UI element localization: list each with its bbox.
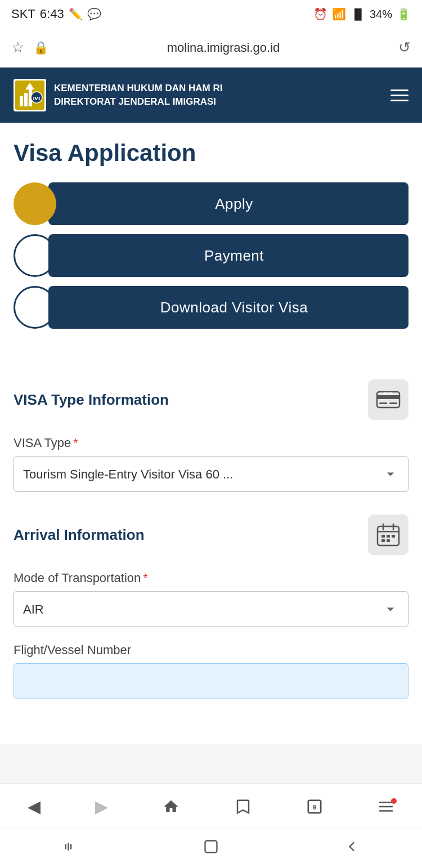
browser-bar: ☆ 🔒 molina.imigrasi.go.id ↺ [0, 28, 422, 68]
visa-type-field-group: VISA Type * Tourism Single-Entry Visitor… [14, 436, 408, 492]
arrival-section: Arrival Information Mode of Transportati… [14, 514, 408, 699]
logo-badge-1: IMI [14, 79, 46, 111]
header-branding: IMI KEMENTERIAN HUKUM DAN HAM RI DIREKTO… [14, 79, 222, 111]
carrier-label: SKT [11, 7, 35, 21]
hamburger-line-1 [390, 90, 408, 91]
star-icon[interactable]: ☆ [11, 39, 24, 56]
transport-mode-field-group: Mode of Transportation * AIR SEA LAND [14, 571, 408, 627]
android-home-button[interactable] [203, 839, 219, 858]
step-label-download: Download Visitor Visa [160, 299, 308, 316]
header-title: KEMENTERIAN HUKUM DAN HAM RI DIREKTORAT … [54, 82, 222, 109]
transport-mode-label: Mode of Transportation * [14, 571, 408, 585]
browser-bar-left: ☆ 🔒 [11, 39, 48, 56]
page-title: Visa Application [14, 140, 408, 167]
visa-type-required-star: * [73, 436, 78, 450]
svg-rect-16 [381, 535, 385, 538]
battery-label: 34% [370, 8, 392, 21]
svg-rect-2 [24, 93, 28, 106]
time-label: 6:43 [40, 7, 64, 21]
android-recent-button[interactable] [62, 839, 78, 858]
flight-vessel-field-group: Flight/Vessel Number [14, 643, 408, 699]
arrival-icon-button[interactable] [368, 514, 408, 555]
logo-container: IMI [14, 79, 46, 111]
step-label-apply: Apply [215, 195, 253, 213]
main-content: Visa Application Apply Payment Download … [0, 123, 422, 744]
signal-icon: ▐▌ [351, 8, 365, 20]
svg-rect-8 [377, 395, 399, 399]
svg-text:IMI: IMI [33, 96, 41, 101]
arrival-section-title: Arrival Information [14, 526, 145, 544]
hamburger-line-3 [390, 100, 408, 101]
transport-required-star: * [143, 571, 148, 585]
svg-rect-13 [378, 531, 399, 533]
visa-card-icon: VISA [376, 387, 401, 412]
hamburger-menu[interactable] [390, 90, 408, 101]
status-bar-left: SKT 6:43 ✏️ 💬 [11, 7, 101, 21]
nav-menu-button[interactable] [378, 798, 394, 815]
svg-text:9: 9 [313, 804, 316, 811]
nav-forward-button[interactable]: ▶ [95, 797, 108, 816]
nav-bookmark-button[interactable] [235, 798, 252, 815]
arrival-section-header: Arrival Information [14, 514, 408, 555]
status-bar-right: ⏰ 📶 ▐▌ 34% 🔋 [313, 7, 411, 21]
step-label-payment: Payment [204, 247, 264, 265]
android-back-button[interactable] [344, 839, 360, 858]
svg-rect-17 [387, 535, 390, 538]
visa-type-section: VISA Type Information VISA VISA Type * T… [14, 379, 408, 492]
steps-container: Apply Payment Download Visitor Visa [14, 182, 408, 329]
flight-vessel-input[interactable] [14, 663, 408, 699]
svg-rect-1 [20, 96, 23, 106]
flight-vessel-label: Flight/Vessel Number [14, 643, 408, 657]
pencil-icon: ✏️ [69, 7, 83, 21]
transport-mode-select[interactable]: AIR SEA LAND [14, 591, 408, 627]
site-header: IMI KEMENTERIAN HUKUM DAN HAM RI DIREKTO… [0, 68, 422, 123]
step-circle-apply [14, 182, 56, 225]
wifi-icon: 📶 [332, 7, 346, 21]
visa-type-section-header: VISA Type Information VISA [14, 379, 408, 420]
nav-tabs-button[interactable]: 9 [306, 798, 323, 815]
step-circle-download [14, 286, 56, 329]
visa-type-label: VISA Type * [14, 436, 408, 450]
svg-rect-20 [387, 539, 390, 542]
svg-rect-10 [389, 402, 397, 404]
lock-icon: 🔒 [33, 41, 48, 55]
status-bar: SKT 6:43 ✏️ 💬 ⏰ 📶 ▐▌ 34% 🔋 [0, 0, 422, 28]
visa-type-section-title: VISA Type Information [14, 391, 169, 409]
nav-home-button[interactable] [163, 798, 179, 815]
step-row-payment[interactable]: Payment [14, 234, 408, 277]
svg-rect-19 [381, 539, 385, 542]
nav-back-button[interactable]: ◀ [28, 797, 41, 816]
url-bar[interactable]: molina.imigrasi.go.id [48, 41, 398, 55]
step-bar-apply[interactable]: Apply [48, 182, 408, 225]
android-nav [0, 829, 422, 868]
step-bar-download[interactable]: Download Visitor Visa [48, 286, 408, 329]
section-gap [14, 357, 408, 379]
svg-rect-18 [392, 535, 395, 538]
step-row-download[interactable]: Download Visitor Visa [14, 286, 408, 329]
svg-rect-9 [379, 402, 387, 404]
hamburger-line-2 [390, 95, 408, 96]
bottom-nav: ◀ ▶ 9 [0, 784, 422, 829]
visa-type-icon-button[interactable]: VISA [368, 379, 408, 420]
svg-rect-26 [205, 841, 217, 853]
refresh-icon[interactable]: ↺ [398, 39, 411, 56]
alarm-icon: ⏰ [313, 7, 327, 21]
calendar-icon [376, 522, 401, 547]
visa-type-select[interactable]: Tourism Single-Entry Visitor Visa 60 ...… [14, 456, 408, 492]
step-circle-payment [14, 234, 56, 277]
step-bar-payment[interactable]: Payment [48, 234, 408, 277]
talk-icon: 💬 [87, 7, 101, 21]
step-row-apply[interactable]: Apply [14, 182, 408, 225]
battery-icon: 🔋 [397, 7, 411, 21]
svg-text:VISA: VISA [384, 391, 393, 395]
